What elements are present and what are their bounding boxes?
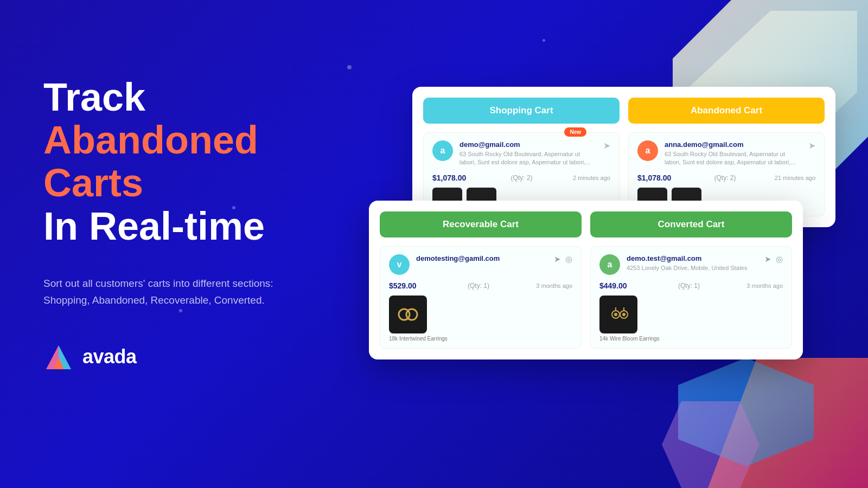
recoverable-email: demotesting@gamil.com [416,254,547,262]
converted-send-icon[interactable]: ➤ [764,254,771,264]
shopping-qty: (Qty: 2) [511,174,533,182]
shopping-entry-info: demo@gmail.com 63 South Rocky Old Boulev… [459,140,595,167]
shopping-entry-top: a demo@gmail.com 63 South Rocky Old Boul… [432,140,610,167]
recoverable-cart-entry: v demotesting@gamil.com ➤ ◎ $529.00 (Qty… [380,246,582,349]
recoverable-cart-header: Recoverable Cart [380,211,582,237]
recoverable-avatar: v [389,254,410,275]
shopping-email: demo@gmail.com [459,140,595,149]
converted-meta: $449.00 (Qty: 1) 3 months ago [599,281,783,290]
description-text: Sort out all customers' carts into diffe… [43,275,304,309]
recoverable-send-icon[interactable]: ➤ [554,254,561,264]
cards-area: Shopping Cart Abandoned Cart New a demo@… [412,87,835,227]
back-card-headers: Shopping Cart Abandoned Cart [423,98,825,124]
recoverable-entry-top: v demotesting@gamil.com ➤ ◎ [389,254,572,275]
shopping-avatar: a [432,140,453,161]
converted-action-icons: ➤ ◎ [764,254,783,264]
recoverable-price: $529.00 [389,281,417,290]
abandoned-entry-top: a anna.demo@gmail.com 63 South Rocky Old… [637,140,815,167]
abandoned-qty: (Qty: 2) [714,174,736,182]
converted-email: demo.test@gmail.com [627,254,758,262]
shopping-cart-header: Shopping Cart [423,98,620,124]
abandoned-avatar: a [637,140,658,161]
abandoned-send-icon[interactable]: ➤ [808,140,815,151]
svg-point-11 [622,313,626,316]
converted-entry-info: demo.test@gmail.com 4253 Lonely Oak Driv… [627,254,758,272]
abandoned-cart-header: Abandoned Cart [628,98,825,124]
converted-whatsapp-icon[interactable]: ◎ [776,254,783,264]
new-badge: New [564,127,586,137]
logo-text: avada [82,345,137,368]
recoverable-action-icons: ➤ ◎ [554,254,572,264]
converted-price: $449.00 [599,281,627,290]
converted-time: 3 months ago [746,282,783,289]
abandoned-meta: $1,078.00 (Qty: 2) 21 minutes ago [637,174,815,182]
recoverable-thumb-1 [389,296,427,333]
headline-realtime: In Real-time [43,205,347,248]
abandoned-entry-info: anna.demo@gmail.com 63 South Rocky Old B… [665,140,800,167]
logo: avada [43,341,347,373]
left-content: Track Abandoned Carts In Real-time Sort … [43,76,347,373]
dot-1 [347,65,352,69]
recoverable-images: 18k Intertwined Earrings [389,296,572,342]
bloom-earrings-svg [605,301,632,328]
converted-avatar: a [599,254,620,275]
front-card-entries: v demotesting@gamil.com ➤ ◎ $529.00 (Qty… [380,246,792,349]
shopping-send-icon[interactable]: ➤ [603,140,610,151]
avada-logo-icon [43,341,75,373]
converted-product-1: 14k Wire Bloom Earrings [599,296,660,342]
converted-qty: (Qty: 1) [678,282,700,290]
deco-br-purple [662,401,760,488]
converted-address: 4253 Lonely Oak Drive, Mobile, United St… [627,264,758,272]
recoverable-product-1: 18k Intertwined Earrings [389,296,448,342]
headline-track: Track [43,76,347,119]
recoverable-time: 3 months ago [536,282,572,289]
recoverable-qty: (Qty: 1) [468,282,489,290]
shopping-address: 63 South Rocky Old Boulevard, Aspernatur… [459,150,595,167]
card-front: Recoverable Cart Converted Cart v demote… [369,201,803,359]
shopping-price: $1,078.00 [432,174,466,182]
converted-cart-header: Converted Cart [590,211,792,237]
headline-abandoned: Abandoned Carts [43,119,347,204]
converted-thumb-1 [599,296,637,333]
recoverable-whatsapp-icon[interactable]: ◎ [565,254,572,264]
dot-4 [542,39,545,42]
recoverable-product-name: 18k Intertwined Earrings [389,336,448,342]
abandoned-email: anna.demo@gmail.com [665,140,800,149]
intertwined-earrings-svg [394,301,422,328]
converted-images: 14k Wire Bloom Earrings [599,296,783,342]
front-card-headers: Recoverable Cart Converted Cart [380,211,792,237]
recoverable-meta: $529.00 (Qty: 1) 3 months ago [389,281,572,290]
abandoned-price: $1,078.00 [637,174,671,182]
converted-cart-entry: a demo.test@gmail.com 4253 Lonely Oak Dr… [590,246,792,349]
shopping-time: 2 minutes ago [573,175,610,181]
recoverable-entry-info: demotesting@gamil.com [416,254,547,264]
converted-entry-top: a demo.test@gmail.com 4253 Lonely Oak Dr… [599,254,783,275]
svg-point-5 [406,309,417,320]
shopping-meta: $1,078.00 (Qty: 2) 2 minutes ago [432,174,610,182]
abandoned-address: 63 South Rocky Old Boulevard, Aspernatur… [665,150,800,167]
svg-point-10 [614,313,617,316]
converted-product-name: 14k Wire Bloom Earrings [599,336,660,342]
abandoned-time: 21 minutes ago [775,175,815,181]
